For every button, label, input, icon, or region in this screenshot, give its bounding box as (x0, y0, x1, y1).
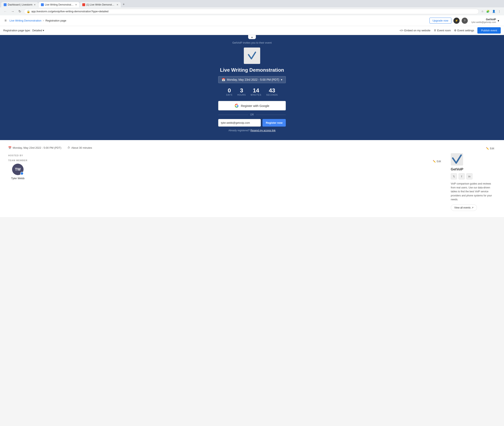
meta-duration-label: About 30 minutes (71, 146, 92, 149)
countdown-minutes-label: MINUTES (251, 94, 261, 96)
countdown-days-num: 0 (226, 87, 232, 94)
facebook-icon: f (461, 175, 462, 178)
countdown-minutes: 14 MINUTES (251, 87, 261, 96)
linkedin-button[interactable]: in (466, 173, 472, 179)
meta-duration: ⏱ About 30 minutes (67, 146, 92, 149)
google-icon (235, 104, 239, 108)
breadcrumb-event-link[interactable]: Live Writing Demonstration (10, 19, 42, 22)
user-menu[interactable]: GetVoIP tyler.webb@getvoip.com ▾ (470, 17, 501, 24)
publish-button[interactable]: Publish event (477, 27, 501, 34)
chevron-down-date: ▾ (281, 78, 282, 81)
countdown-seconds: 43 SECONDS (266, 87, 278, 96)
reload-button[interactable]: ↻ (17, 9, 22, 14)
upgrade-button[interactable]: Upgrade now (429, 18, 451, 24)
address-bar[interactable]: 🔒 (24, 9, 479, 14)
event-room-button[interactable]: 🎙 Event room (434, 29, 451, 32)
info-right: ✏️ Edit GetVoIP 𝕏 f in (451, 146, 496, 211)
page-type-select[interactable]: Detailed ▾ (32, 29, 44, 32)
host-card-wrapper: TEAM MEMBER TW i Tyler Webb (8, 159, 28, 180)
company-name: GetVoIP (451, 168, 496, 171)
edit-hosted-button[interactable]: ✏️ Edit (431, 159, 443, 164)
register-google-button[interactable]: Register with Google (218, 101, 286, 110)
calendar-icon: 📅 (222, 78, 225, 81)
browser-tab-dashboard[interactable]: Dashboard | Livestorm ✕ (1, 2, 38, 7)
user-info: GetVoIP tyler.webb@getvoip.com (471, 18, 496, 23)
forward-button[interactable]: → (10, 9, 15, 14)
sub-header: Registration page type: Detailed ▾ </> E… (0, 26, 504, 35)
profile-icon[interactable]: 👤 (491, 9, 497, 14)
event-title: Live Writing Demonstration (220, 67, 284, 73)
countdown-minutes-num: 14 (251, 87, 261, 94)
company-description: VoIP comparison guides and reviews from … (451, 182, 496, 202)
edit-company-button[interactable]: ✏️ Edit (484, 146, 496, 151)
mic-icon: 🎙 (434, 29, 436, 32)
register-form: Register now (218, 119, 286, 127)
help-button[interactable]: ? (462, 18, 468, 24)
tab-close-dashboard[interactable]: ✕ (34, 3, 36, 6)
resend-link[interactable]: Resend my access link (250, 129, 276, 132)
browser-chrome: Dashboard | Livestorm ✕ Live Writing Dem… (0, 0, 504, 15)
back-button[interactable]: ← (2, 9, 8, 14)
event-hero: ▲ GetVoIP invites you to their event Liv… (0, 35, 504, 140)
facebook-button[interactable]: f (459, 173, 465, 179)
event-date-label: Monday, May 23rd 2022 - 5:00 PM (PDT) (227, 78, 279, 81)
event-settings-button[interactable]: ⚙ Event settings (454, 29, 474, 32)
countdown-hours: 3 HOURS (237, 87, 246, 96)
host-avatar: TW i (12, 164, 24, 175)
meta-date: 📅 Monday, May 23rd 2022 - 5:00 PM (PDT) (8, 146, 61, 149)
countdown-seconds-num: 43 (266, 87, 278, 94)
hamburger-button[interactable]: ≡ (3, 17, 8, 24)
countdown-seconds-label: SECONDS (266, 94, 278, 96)
tab-favicon (4, 3, 7, 6)
collapse-button[interactable]: ▲ (248, 35, 256, 39)
extensions-icon[interactable]: 🧩 (485, 9, 490, 14)
host-name: Tyler Webb (11, 177, 25, 180)
browser-toolbar-icons: ☆ 🧩 👤 ⋮ (480, 9, 502, 14)
event-meta: 📅 Monday, May 23rd 2022 - 5:00 PM (PDT) … (8, 146, 443, 149)
host-section: TEAM MEMBER TW i Tyler Webb ✏️ Edit (8, 159, 443, 180)
view-all-events-button[interactable]: View all events ↗ (451, 204, 477, 211)
countdown: 0 DAYS 3 HOURS 14 MINUTES 43 SECONDS (226, 87, 278, 96)
chevron-down-icon-small: ▾ (43, 29, 44, 32)
event-date-selector[interactable]: 📅 Monday, May 23rd 2022 - 5:00 PM (PDT) … (218, 76, 286, 83)
sub-header-right: </> Embed on my website 🎙 Event room ⚙ E… (399, 27, 501, 34)
countdown-hours-num: 3 (237, 87, 246, 94)
browser-tab-third[interactable]: (1) Live Writin Demonstrat... ✕ (80, 2, 121, 7)
already-registered-text: Already registered? Resend my access lin… (228, 129, 276, 132)
hosted-by-label: HOSTED BY (8, 154, 443, 157)
page-type-label: Registration page type: (3, 29, 31, 32)
embed-icon: </> (399, 29, 404, 32)
invite-text: GetVoIP invites you to their event (232, 41, 272, 44)
countdown-hours-label: HOURS (237, 94, 246, 96)
user-email: tyler.webb@getvoip.com (471, 21, 496, 23)
browser-toolbar: ← → ↻ 🔒 ☆ 🧩 👤 ⋮ (0, 7, 504, 15)
tab-close-active[interactable]: ✕ (75, 3, 77, 6)
tab-close-third[interactable]: ✕ (117, 3, 118, 6)
new-tab-button[interactable]: + (121, 1, 126, 7)
menu-icon[interactable]: ⋮ (497, 9, 502, 14)
team-member-label: TEAM MEMBER (8, 159, 28, 162)
twitter-button[interactable]: 𝕏 (451, 173, 457, 179)
twitter-icon: 𝕏 (453, 175, 455, 178)
register-now-button[interactable]: Register now (262, 119, 286, 127)
host-initials: TW (15, 167, 21, 172)
browser-tab-active[interactable]: Live Writing Demonstration | Ge... ✕ (38, 2, 79, 7)
breadcrumb: Live Writing Demonstration > Registratio… (10, 19, 66, 22)
countdown-days: 0 DAYS (226, 87, 232, 96)
or-divider: OR (218, 113, 286, 116)
info-section: 📅 Monday, May 23rd 2022 - 5:00 PM (PDT) … (0, 140, 504, 217)
url-input[interactable] (31, 10, 476, 13)
countdown-days-label: DAYS (226, 94, 232, 96)
or-label: OR (250, 113, 254, 116)
embed-button[interactable]: </> Embed on my website (399, 29, 431, 32)
company-logo (451, 153, 463, 165)
star-icon[interactable]: ☆ (480, 9, 484, 14)
info-left: 📅 Monday, May 23rd 2022 - 5:00 PM (PDT) … (8, 146, 443, 211)
user-name: GetVoIP (486, 18, 496, 21)
tab-title-dashboard: Dashboard | Livestorm (8, 3, 33, 6)
notifications-button[interactable]: ⚡ (454, 18, 460, 24)
email-input[interactable] (218, 119, 261, 127)
host-badge: i (20, 172, 24, 175)
breadcrumb-current-page: Registration page (45, 19, 66, 22)
calendar-icon-small: 📅 (8, 146, 11, 149)
